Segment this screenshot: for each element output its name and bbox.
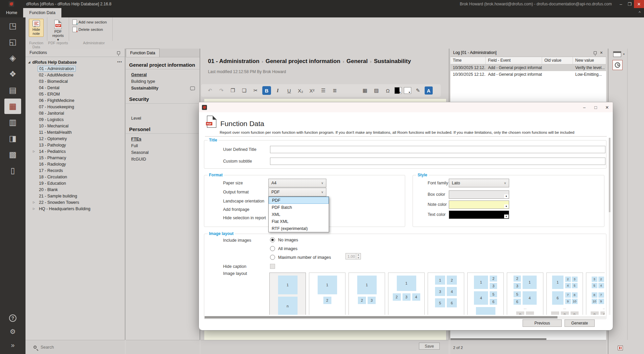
documents-module-icon[interactable]: ▤: [4, 82, 21, 98]
previous-button[interactable]: Previous: [523, 319, 562, 327]
tab-function-data-panel[interactable]: Function Data: [126, 49, 160, 57]
dialog-close-button[interactable]: ✕: [601, 102, 613, 112]
tree-item[interactable]: 09 - Logistics: [25, 116, 125, 123]
core-module-icon[interactable]: ◈: [4, 50, 21, 66]
log-row[interactable]: 10/30/2025 12:12...Add - General project…: [450, 71, 606, 78]
tree-item[interactable]: 05 - EROM: [25, 91, 125, 97]
tab-function-data[interactable]: Function Data: [23, 8, 61, 17]
comment-icon[interactable]: [190, 86, 195, 90]
section-item[interactable]: Full: [126, 142, 200, 149]
image-layout-option[interactable]: 12: [309, 273, 345, 315]
pin-icon[interactable]: [594, 51, 597, 54]
history-log-button[interactable]: [612, 60, 623, 70]
paper-size-select[interactable]: A4 ∨: [268, 179, 326, 187]
highlight-color-icon[interactable]: ▼: [404, 87, 411, 94]
hide-caption-checkbox[interactable]: [270, 264, 275, 269]
redo-icon[interactable]: ↷: [217, 86, 226, 95]
column-header-field-event[interactable]: Field - Event: [486, 57, 542, 64]
expander-icon[interactable]: ▷: [33, 207, 35, 210]
expand-sidebar-button[interactable]: »: [4, 339, 21, 351]
text-color-icon[interactable]: ▼: [394, 87, 402, 94]
section-item[interactable]: FTEs: [126, 136, 200, 142]
items-module-icon[interactable]: ◱: [4, 34, 21, 50]
breadcrumb-item[interactable]: General project information: [266, 58, 340, 64]
image-layout-option[interactable]: 123456: [428, 273, 464, 315]
generate-button[interactable]: Generate: [565, 319, 595, 327]
section-item[interactable]: General: [126, 71, 200, 78]
tree-item[interactable]: 07 - Housekeeping: [25, 104, 125, 110]
max-images-spinner[interactable]: 1.00 ▲▼: [345, 253, 361, 259]
underline-icon[interactable]: U: [284, 86, 294, 95]
breadcrumb-item[interactable]: General: [346, 58, 368, 64]
dropdown-option[interactable]: Flat XML: [269, 218, 329, 225]
pin-icon[interactable]: [117, 51, 120, 54]
search-input[interactable]: Search: [41, 345, 54, 350]
tab-home[interactable]: Home: [0, 8, 23, 17]
spinner-up-icon[interactable]: ▲: [356, 253, 361, 256]
tree-root-database[interactable]: ◢ dRofus Help Database: [25, 59, 125, 65]
dialog-vscrollbar[interactable]: [609, 138, 610, 315]
panel-divider[interactable]: [125, 49, 125, 340]
output-format-select[interactable]: PDF ∨: [268, 188, 326, 196]
box-color-picker[interactable]: ▼: [449, 190, 509, 199]
cut-icon[interactable]: ✂: [251, 86, 260, 95]
section-item[interactable]: Level: [126, 115, 200, 122]
special-character-icon[interactable]: Ω: [383, 86, 392, 95]
note-color-picker[interactable]: ▼: [449, 200, 509, 209]
custom-subtitle-input[interactable]: [270, 158, 605, 165]
image-layout-option[interactable]: 32541871096...nn: [586, 273, 605, 315]
radio-no-images[interactable]: [270, 237, 275, 242]
settings-button[interactable]: ⚙: [4, 325, 21, 338]
tree-item[interactable]: 03 - Biomedical: [25, 78, 125, 84]
add-new-section-button[interactable]: + Add new section: [72, 19, 107, 25]
tree-item[interactable]: 19 - Education: [25, 180, 125, 186]
superscript-icon[interactable]: X²: [307, 86, 317, 95]
tree-item[interactable]: 16 - Radiology: [25, 161, 125, 167]
expander-icon[interactable]: ▷: [33, 150, 35, 153]
insert-image-icon[interactable]: ▨: [372, 86, 381, 95]
tree-item[interactable]: 04 - Dental: [25, 84, 125, 91]
spinner-down-icon[interactable]: ▼: [356, 256, 361, 259]
search-bar[interactable]: Search: [25, 340, 125, 354]
tree-item[interactable]: 13 - Pathology: [25, 142, 125, 148]
breadcrumb-item[interactable]: Sustainability: [374, 58, 411, 64]
minimize-button[interactable]: –: [616, 0, 625, 8]
buildings-module-icon[interactable]: ▩: [4, 147, 21, 162]
subscript-icon[interactable]: X₂: [296, 86, 305, 95]
column-header-new-value[interactable]: New value: [573, 57, 606, 64]
tree-item[interactable]: 02 - AdultMedicine: [25, 72, 125, 78]
tree-item[interactable]: 20 - Blank: [25, 186, 125, 193]
column-header-time[interactable]: Time: [450, 57, 486, 64]
copy-icon[interactable]: ❐: [228, 86, 237, 95]
tree-item[interactable]: 08 - Janitorial: [25, 110, 125, 116]
database-module-icon[interactable]: ▥: [4, 115, 21, 130]
function-data-module-icon[interactable]: ▦: [4, 99, 21, 114]
tree-item[interactable]: 12 - Optometry: [25, 135, 125, 142]
font-style-icon[interactable]: A: [425, 86, 433, 95]
hide-note-button[interactable]: Hide note: [29, 19, 44, 37]
image-layout-option[interactable]: 123: [348, 273, 385, 315]
radio-all-images[interactable]: [270, 246, 275, 251]
dropdown-option[interactable]: PDF: [269, 197, 329, 204]
section-item[interactable]: IfcGUID: [126, 156, 200, 163]
font-family-select[interactable]: Lato ∨: [449, 179, 509, 187]
expander-icon[interactable]: ▷: [33, 201, 35, 204]
reports-module-icon[interactable]: ▯: [4, 163, 21, 178]
radio-maximum-number-of-images[interactable]: [270, 255, 275, 260]
panel-layout-icon[interactable]: [613, 51, 621, 57]
tree-item[interactable]: ▷22 - Snowden Towers: [25, 199, 125, 205]
close-button[interactable]: ✕: [634, 0, 644, 8]
tree-item[interactable]: 15 - Pharmacy: [25, 155, 125, 161]
dialog-minimize-button[interactable]: –: [579, 102, 590, 112]
bold-icon[interactable]: B: [262, 86, 271, 95]
rooms-module-icon[interactable]: ◳: [4, 18, 21, 34]
tree-options-icon[interactable]: •••: [117, 60, 122, 64]
tree-item[interactable]: 06 - FlightMedicine: [25, 97, 125, 104]
collapse-ribbon-icon[interactable]: ^: [639, 10, 641, 15]
user-defined-title-input[interactable]: [270, 146, 605, 153]
edit-image-icon[interactable]: ✎: [413, 86, 423, 95]
image-layout-option[interactable]: 123456n: [467, 273, 504, 315]
dropdown-option[interactable]: XML: [269, 211, 329, 218]
dropdown-option[interactable]: PDF Batch: [269, 204, 329, 211]
insert-table-icon[interactable]: ▦: [360, 86, 370, 95]
